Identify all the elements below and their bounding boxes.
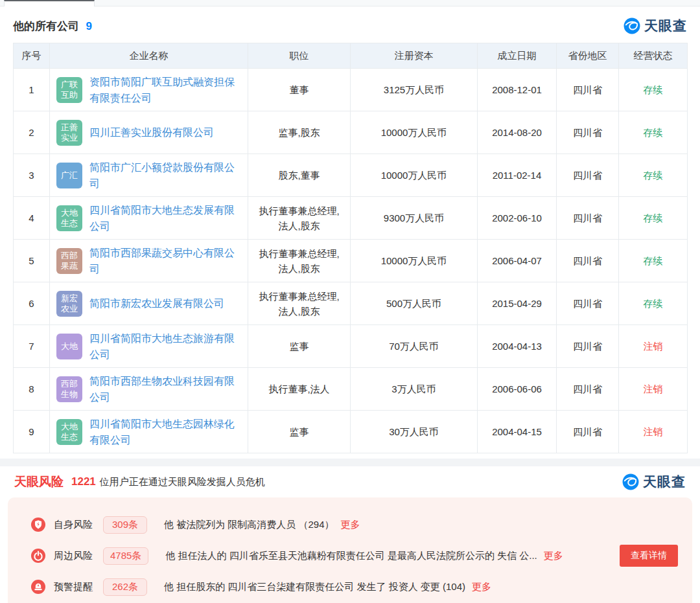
company-name-link[interactable]: 四川省简阳市大地生态发展有限公司 <box>89 202 241 234</box>
position-cell: 监事,股东 <box>248 111 351 154</box>
position-cell: 监事 <box>248 325 351 368</box>
badge-line: 生态 <box>61 432 78 442</box>
capital-cell: 10000万人民币 <box>351 154 478 197</box>
company-logo-badge: 大地 <box>56 334 82 359</box>
more-link[interactable]: 更多 <box>341 519 360 531</box>
company-name-link[interactable]: 简阳市新宏农业发展有限公司 <box>89 295 224 312</box>
province-cell: 四川省 <box>557 325 619 368</box>
status-badge: 存续 <box>644 298 663 309</box>
warning-reminder-icon <box>31 580 45 594</box>
status-cell: 存续 <box>619 282 688 325</box>
risk-count-badge[interactable]: 4785条 <box>103 547 148 565</box>
risk-description: 他 担任股东的 四川省三台柒建有限责任公司 发生了 投资人 变更 (104) <box>164 581 465 593</box>
company-name-cell: 广联 互助 资阳市简阳广联互助式融资担保有限责任公司 <box>50 69 248 111</box>
company-count: 9 <box>86 20 91 32</box>
company-logo-badge: 新宏 农业 <box>56 291 82 317</box>
status-badge: 存续 <box>644 212 663 223</box>
company-name-cell: 西部 生物 简阳市西部生物农业科技园有限公司 <box>50 368 248 411</box>
row-index: 1 <box>14 69 50 111</box>
risk-section: 天眼风险 1221 位用户正在通过天眼风险发掘人员危机 天眼查 自身风险 <box>0 466 700 603</box>
date-cell: 2004-04-15 <box>478 411 557 453</box>
position-cell: 执行董事兼总经理, 法人,股东 <box>248 240 351 282</box>
position-cell: 董事 <box>248 69 351 111</box>
status-badge: 注销 <box>644 341 663 352</box>
capital-cell: 30万人民币 <box>351 411 478 453</box>
province-cell: 四川省 <box>557 111 619 154</box>
company-name-link[interactable]: 简阳市广汇小额贷款股份有限公司 <box>89 159 241 192</box>
tianyancha-logo: 天眼查 <box>624 17 687 35</box>
risk-count-badge[interactable]: 309条 <box>103 516 147 534</box>
self-risk-icon <box>31 518 45 532</box>
province-cell: 四川省 <box>557 411 619 453</box>
risk-description: 他 担任法人的 四川省乐至县天池藕粉有限责任公司 是最高人民法院所公示的 失信 … <box>165 550 537 562</box>
badge-line: 大地 <box>61 341 78 352</box>
company-name-link[interactable]: 简阳市西部生物农业科技园有限公司 <box>89 373 241 405</box>
status-cell: 注销 <box>619 368 688 411</box>
badge-line: 果蔬 <box>61 261 78 271</box>
company-name-link[interactable]: 资阳市简阳广联互助式融资担保有限责任公司 <box>89 74 241 106</box>
position-cell: 股东,董事 <box>248 154 351 197</box>
company-name-link[interactable]: 四川正善实业股份有限公司 <box>89 124 214 141</box>
company-name-cell: 西部 果蔬 简阳市西部果蔬交易中心有限公司 <box>50 240 248 282</box>
col-header-position: 职位 <box>248 43 351 69</box>
badge-line: 大地 <box>61 208 78 218</box>
company-logo-badge: 正善 实业 <box>56 120 82 146</box>
company-logo-badge: 广联 互助 <box>56 77 82 103</box>
risk-row-surrounding: 周边风险 4785条 他 担任法人的 四川省乐至县天池藕粉有限责任公司 是最高人… <box>8 540 692 571</box>
risk-panel: 自身风险 309条 他 被法院列为 限制高消费人员 （294） 更多 周边风险 … <box>8 497 692 603</box>
risk-section-title: 天眼风险 <box>14 473 64 490</box>
view-details-button[interactable]: 查看详情 <box>620 545 678 567</box>
company-name-link[interactable]: 四川省简阳市大地生态旅游有限公司 <box>89 330 241 363</box>
tianyancha-logo-icon <box>622 473 639 490</box>
col-header-province: 省份地区 <box>557 43 619 69</box>
table-row: 6 新宏 农业 简阳市新宏农业发展有限公司 执行董事兼总经理, 法人,股东 50… <box>14 282 688 325</box>
province-cell: 四川省 <box>557 368 619 411</box>
company-logo-badge: 西部 果蔬 <box>56 248 82 274</box>
province-cell: 四川省 <box>557 69 619 111</box>
surrounding-risk-icon <box>31 549 45 563</box>
company-name-cell: 大地 四川省简阳市大地生态旅游有限公司 <box>50 325 248 368</box>
badge-line: 广汇 <box>61 170 78 181</box>
tianyancha-logo-text: 天眼查 <box>643 473 686 491</box>
status-cell: 存续 <box>619 154 688 197</box>
risk-count-badge[interactable]: 262条 <box>103 578 147 596</box>
companies-section: 他的所有公司 9 天眼查 序号 企业名称 职位 注册资本 成立日期 <box>0 6 700 459</box>
capital-cell: 10000万人民币 <box>351 111 478 154</box>
position-cell: 执行董事兼总经理, 法人,股东 <box>248 197 351 240</box>
risk-row-warning: 预警提醒 262条 他 担任股东的 四川省三台柒建有限责任公司 发生了 投资人 … <box>8 571 692 602</box>
company-name-cell: 正善 实业 四川正善实业股份有限公司 <box>50 111 248 154</box>
company-name-cell: 大地 生态 四川省简阳市大地生态发展有限公司 <box>50 197 248 240</box>
company-name-link[interactable]: 四川省简阳市大地生态园林绿化有限公司 <box>89 416 241 448</box>
table-row: 4 大地 生态 四川省简阳市大地生态发展有限公司 执行董事兼总经理, 法人,股东… <box>14 197 688 240</box>
badge-line: 互助 <box>61 90 78 100</box>
badge-line: 西部 <box>61 251 78 261</box>
col-header-establish-date: 成立日期 <box>478 43 557 69</box>
company-logo-badge: 广汇 <box>56 163 82 188</box>
more-link[interactable]: 更多 <box>472 581 491 593</box>
date-cell: 2002-06-10 <box>478 197 557 240</box>
badge-line: 生物 <box>61 389 78 400</box>
badge-line: 农业 <box>61 304 78 314</box>
position-cell: 执行董事兼总经理, 法人,股东 <box>248 282 351 325</box>
status-cell: 存续 <box>619 111 688 154</box>
badge-line: 西部 <box>61 379 78 389</box>
badge-line: 正善 <box>61 122 78 133</box>
capital-cell: 9300万人民币 <box>351 197 478 240</box>
row-index: 3 <box>14 154 50 197</box>
table-row: 3 广汇 简阳市广汇小额贷款股份有限公司 股东,董事 10000万人民币 201… <box>14 154 688 197</box>
col-header-company-name: 企业名称 <box>50 43 248 69</box>
active-tab-remnant[interactable] <box>4 0 95 6</box>
capital-cell: 500万人民币 <box>351 282 478 325</box>
more-link[interactable]: 更多 <box>544 550 563 562</box>
risk-user-count: 1221 <box>71 475 96 488</box>
company-logo-badge: 大地 生态 <box>56 205 82 231</box>
date-cell: 2011-02-14 <box>478 154 557 197</box>
province-cell: 四川省 <box>557 154 619 197</box>
table-row: 9 大地 生态 四川省简阳市大地生态园林绿化有限公司 监事 30万人民币 200… <box>14 411 688 453</box>
company-name-link[interactable]: 简阳市西部果蔬交易中心有限公司 <box>89 245 241 277</box>
risk-description: 他 被法院列为 限制高消费人员 （294） <box>164 519 334 531</box>
badge-line: 新宏 <box>61 293 78 304</box>
status-badge: 存续 <box>644 127 663 138</box>
date-cell: 2015-04-29 <box>478 282 557 325</box>
badge-line: 大地 <box>61 422 78 432</box>
